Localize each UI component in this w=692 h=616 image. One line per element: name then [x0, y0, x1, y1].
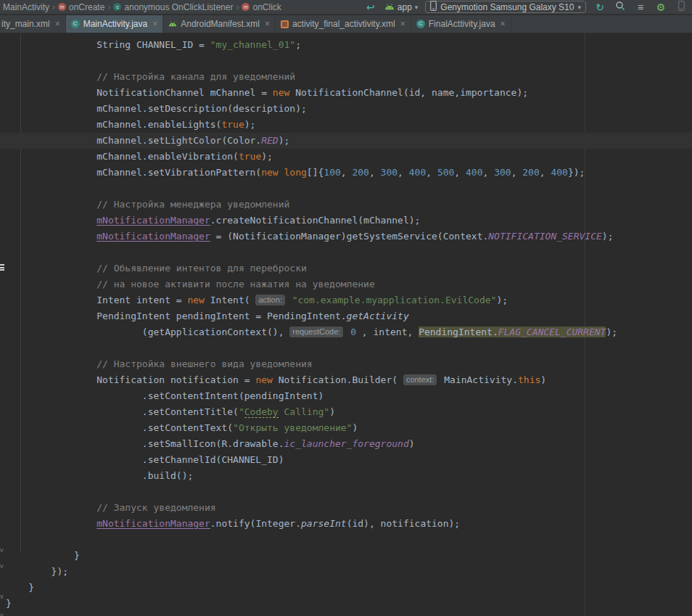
code-line[interactable] — [6, 53, 692, 69]
parameter-hint: requestCode: — [289, 327, 343, 337]
fold-marker[interactable]: ∨ — [0, 593, 4, 600]
layout-file-icon — [281, 20, 289, 28]
android-icon — [168, 19, 177, 29]
fold-marker[interactable]: ∨ — [0, 612, 4, 616]
code-editor[interactable]: ∨ ∨ ∨ ∨ String CHANNEL_ID = "my_channel_… — [0, 33, 692, 616]
code-line[interactable] — [6, 532, 692, 548]
code-line[interactable]: .setContentText("Открыть уведомление") — [6, 420, 692, 436]
code-line[interactable]: mNotificationManager = (NotificationMana… — [6, 229, 692, 245]
tab-label: ity_main.xml — [1, 19, 50, 29]
breadcrumb-label: onClick — [252, 2, 281, 12]
main-toolbar: MainActivity›monCreate›canonymous OnClic… — [0, 0, 692, 15]
code-line[interactable]: mNotificationManager.notify(Integer.pars… — [6, 516, 692, 532]
code-line[interactable] — [6, 340, 692, 356]
code-line[interactable]: } — [6, 548, 692, 564]
code-line[interactable]: mChannel.enableVibration(true); — [6, 149, 692, 165]
tab-label: MainActivity.java — [83, 19, 147, 29]
breadcrumb-separator-icon: › — [107, 2, 110, 12]
code-line[interactable]: // Запуск уведомления — [6, 500, 692, 516]
tab-label: FinalActtivity.java — [429, 19, 495, 29]
code-line[interactable] — [6, 245, 692, 260]
code-line[interactable]: mChannel.setVibrationPattern(new long[]{… — [6, 165, 692, 181]
code-area[interactable]: String CHANNEL_ID = "my_channel_01"; // … — [0, 33, 692, 612]
tab-AndroidManifest.xml[interactable]: AndroidManifest.xml× — [163, 15, 276, 33]
close-icon[interactable]: × — [265, 19, 270, 29]
code-line[interactable] — [6, 181, 692, 197]
tab-activity_final_activtivity.xml[interactable]: activity_final_activtivity.xml× — [276, 15, 411, 33]
class-icon: c — [113, 3, 121, 11]
close-icon[interactable]: × — [152, 19, 157, 29]
code-line[interactable]: .setSmallIcon(R.drawable.ic_launcher_for… — [6, 436, 692, 452]
device-selector[interactable]: Genymotion Samsung Galaxy S10 ▾ — [425, 1, 586, 13]
editor-tabs: ity_main.xml×CMainActivity.java×AndroidM… — [0, 15, 692, 33]
tab-label: AndroidManifest.xml — [181, 19, 260, 29]
code-line[interactable]: .setChannelId(CHANNEL_ID) — [6, 452, 692, 468]
code-line[interactable]: Intent intent = new Intent( action: "com… — [6, 292, 692, 308]
close-icon[interactable]: × — [501, 19, 506, 29]
code-line[interactable]: }); — [6, 564, 692, 580]
breadcrumb-item[interactable]: monCreate — [58, 2, 104, 12]
tab-label: activity_final_activtivity.xml — [292, 19, 395, 29]
breadcrumbs: MainActivity›monCreate›canonymous OnClic… — [0, 2, 281, 12]
device-manager-icon[interactable] — [675, 1, 688, 14]
code-line[interactable]: .setContentTitle("Codeby Calling") — [6, 404, 692, 420]
code-line[interactable]: PendingIntent pendingIntent = PendingInt… — [6, 308, 692, 324]
chevron-down-icon: ▾ — [577, 4, 581, 11]
toolbar-actions: ↩ app ▾ Genymotion Samsung — [364, 0, 692, 15]
phone-icon — [430, 1, 437, 13]
code-line[interactable]: Notification notification = new Notifica… — [6, 372, 692, 388]
run-configuration-selector[interactable]: app ▾ — [384, 2, 419, 12]
parameter-hint: action: — [255, 295, 284, 305]
parameter-hint: context: — [403, 374, 437, 385]
breadcrumb-item[interactable]: canonymous OnClickListener — [113, 2, 233, 12]
todo-list-icon[interactable]: ≡ — [634, 1, 647, 14]
tab-FinalActtivity.java[interactable]: CFinalActtivity.java× — [411, 15, 511, 33]
chevron-down-icon: ▾ — [415, 4, 419, 11]
tab-MainActivity.java[interactable]: CMainActivity.java× — [66, 15, 164, 33]
breadcrumb-label: onCreate — [69, 2, 104, 12]
code-line[interactable]: // Настройка канала для уведомлений — [6, 69, 692, 85]
code-line[interactable]: // Настройка внешнего вида уведомления — [6, 356, 692, 372]
close-icon[interactable]: × — [400, 19, 405, 29]
code-line[interactable]: // Настройка менеджера уведомлений — [6, 197, 692, 213]
code-line[interactable]: mChannel.setLightColor(Color.RED); — [6, 133, 692, 149]
android-icon — [384, 2, 395, 12]
code-line[interactable]: .build(); — [6, 468, 692, 484]
settings-gear-icon[interactable]: ⚙ — [654, 1, 667, 14]
code-line[interactable]: } — [6, 580, 692, 596]
code-line[interactable]: mChannel.setDescription(description); — [6, 101, 692, 117]
breadcrumb-item[interactable]: monClick — [242, 2, 281, 12]
code-line[interactable]: } — [6, 596, 692, 612]
fold-marker[interactable]: ∨ — [0, 546, 4, 554]
tab-ity_main.xml[interactable]: ity_main.xml× — [0, 15, 66, 33]
run-configuration-label: app — [398, 2, 412, 12]
code-line[interactable]: // на новое активити после нажатия на ув… — [6, 276, 692, 292]
breadcrumb-item[interactable]: MainActivity — [3, 2, 49, 12]
search-icon[interactable] — [614, 1, 627, 14]
method-icon: m — [242, 3, 250, 11]
breadcrumb-label: MainActivity — [3, 2, 49, 12]
gutter-marker — [0, 264, 4, 271]
java-class-icon: C — [416, 20, 425, 28]
navigate-back-icon[interactable]: ↩ — [364, 1, 377, 14]
close-icon[interactable]: × — [55, 19, 60, 29]
code-line[interactable]: (getApplicationContext(), requestCode: 0… — [6, 324, 692, 340]
breadcrumb-separator-icon: › — [236, 2, 239, 12]
code-line[interactable]: String CHANNEL_ID = "my_channel_01"; — [6, 37, 692, 53]
code-line[interactable]: NotificationChannel mChannel = new Notif… — [6, 85, 692, 101]
device-label: Genymotion Samsung Galaxy S10 — [440, 2, 574, 12]
java-class-icon: C — [71, 20, 80, 28]
fold-marker[interactable]: ∨ — [0, 562, 4, 570]
code-line[interactable]: mNotificationManager.createNotificationC… — [6, 213, 692, 229]
breadcrumb-label: anonymous OnClickListener — [124, 2, 233, 12]
code-line[interactable]: mChannel.enableLights(true); — [6, 117, 692, 133]
code-line[interactable]: .setContentIntent(pendingIntent) — [6, 388, 692, 404]
breadcrumb-separator-icon: › — [52, 2, 55, 12]
code-line[interactable] — [6, 484, 692, 500]
code-line[interactable]: // Обьявление интентов для переброски — [6, 260, 692, 276]
sync-icon[interactable]: ↻ — [593, 1, 606, 14]
method-icon: m — [58, 3, 66, 11]
